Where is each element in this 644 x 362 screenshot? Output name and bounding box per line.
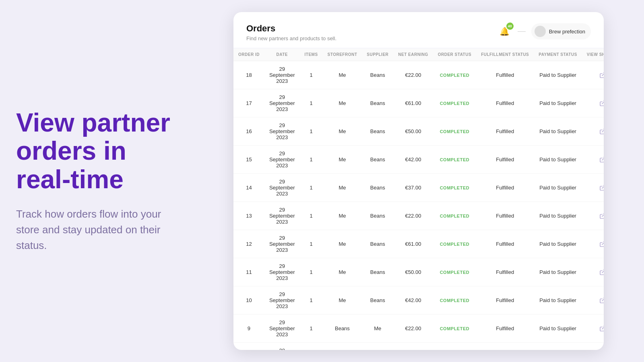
cell-fulfillment: Fulfilled: [476, 61, 534, 89]
cell-storefront: Beans: [323, 315, 362, 343]
view-shopify-icon[interactable]: [598, 296, 604, 305]
view-shopify-icon[interactable]: [598, 71, 604, 80]
table-row: 8 28 September 2023 1 Beans Me €37.00 CO…: [233, 343, 604, 350]
cell-items: 1: [300, 174, 323, 202]
cell-earning: €37.00: [393, 343, 433, 350]
cell-order-status: COMPLETED: [433, 61, 476, 89]
cell-order-id: 9: [233, 315, 264, 343]
cell-order-id: 17: [233, 89, 264, 117]
card-header: Orders Find new partners and products to…: [233, 12, 604, 48]
view-shopify-icon[interactable]: [598, 268, 604, 277]
cell-payment: Paid to Supplier: [534, 117, 582, 146]
cell-view-shopify[interactable]: [582, 61, 604, 89]
cell-date: 29 September 2023: [264, 202, 300, 230]
cell-supplier: Beans: [362, 174, 393, 202]
notification-bell[interactable]: 🔔 40: [497, 24, 512, 39]
cell-earning: €50.00: [393, 117, 433, 146]
cell-supplier: Beans: [362, 230, 393, 258]
cell-payment: Paid to Supplier: [534, 343, 582, 350]
cell-earning: €42.00: [393, 286, 433, 315]
cell-payment: Paid to Supplier: [534, 258, 582, 286]
table-row: 13 29 September 2023 1 Me Beans €22.00 C…: [233, 202, 604, 230]
cell-earning: €50.00: [393, 258, 433, 286]
right-panel: Orders Find new partners and products to…: [201, 0, 644, 362]
cell-view-shopify[interactable]: [582, 315, 604, 343]
cell-fulfillment: Fulfilled: [476, 343, 534, 350]
view-shopify-icon[interactable]: [598, 183, 604, 192]
card-header-left: Orders Find new partners and products to…: [246, 23, 336, 41]
cell-date: 29 September 2023: [264, 89, 300, 117]
view-shopify-icon[interactable]: [598, 155, 604, 164]
cell-order-status: COMPLETED: [433, 202, 476, 230]
user-info[interactable]: Brew prefection: [531, 23, 591, 39]
cell-view-shopify[interactable]: [582, 230, 604, 258]
cell-earning: €61.00: [393, 230, 433, 258]
cell-view-shopify[interactable]: [582, 89, 604, 117]
col-storefront: STOREFRONT: [323, 48, 362, 61]
table-header: ORDER ID DATE ITEMS STOREFRONT SUPPLIER …: [233, 48, 604, 61]
col-order-id: ORDER ID: [233, 48, 264, 61]
cell-view-shopify[interactable]: [582, 343, 604, 350]
cell-supplier: Beans: [362, 61, 393, 89]
orders-title: Orders: [246, 23, 336, 34]
cell-fulfillment: Fulfilled: [476, 258, 534, 286]
table-row: 10 29 September 2023 1 Me Beans €42.00 C…: [233, 286, 604, 315]
cell-date: 29 September 2023: [264, 61, 300, 89]
cell-date: 29 September 2023: [264, 174, 300, 202]
table-row: 18 29 September 2023 1 Me Beans €22.00 C…: [233, 61, 604, 89]
header-right: 🔔 40 Brew prefection: [497, 23, 591, 39]
cell-view-shopify[interactable]: [582, 174, 604, 202]
view-shopify-icon[interactable]: [598, 99, 604, 108]
cell-view-shopify[interactable]: [582, 117, 604, 146]
cell-order-id: 13: [233, 202, 264, 230]
cell-view-shopify[interactable]: [582, 146, 604, 174]
cell-payment: Paid to Supplier: [534, 61, 582, 89]
svg-line-12: [602, 242, 604, 245]
view-shopify-icon[interactable]: [598, 212, 604, 220]
left-panel: View partner orders in real-time Track h…: [0, 93, 201, 269]
cell-order-status: COMPLETED: [433, 230, 476, 258]
cell-payment: Paid to Supplier: [534, 315, 582, 343]
cell-earning: €22.00: [393, 61, 433, 89]
cell-fulfillment: Fulfilled: [476, 286, 534, 315]
cell-order-status: COMPLETED: [433, 315, 476, 343]
cell-supplier: Me: [362, 315, 393, 343]
cell-date: 29 September 2023: [264, 117, 300, 146]
cell-fulfillment: Fulfilled: [476, 146, 534, 174]
cell-supplier: Me: [362, 343, 393, 350]
avatar: [535, 26, 546, 37]
cell-order-status: COMPLETED: [433, 258, 476, 286]
view-shopify-icon[interactable]: [598, 240, 604, 249]
cell-view-shopify[interactable]: [582, 286, 604, 315]
cell-order-status: COMPLETED: [433, 117, 476, 146]
cell-items: 1: [300, 146, 323, 174]
cell-items: 1: [300, 343, 323, 350]
view-shopify-icon[interactable]: [598, 127, 604, 136]
cell-storefront: Me: [323, 89, 362, 117]
svg-line-18: [602, 326, 604, 329]
view-shopify-icon[interactable]: [598, 324, 604, 333]
orders-card: Orders Find new partners and products to…: [233, 12, 604, 350]
col-net-earning: NET EARNING: [393, 48, 433, 61]
cell-view-shopify[interactable]: [582, 258, 604, 286]
cell-date: 29 September 2023: [264, 286, 300, 315]
cell-items: 1: [300, 89, 323, 117]
cell-payment: Paid to Supplier: [534, 202, 582, 230]
col-view-shopify: VIEW SHOPIFY: [582, 48, 604, 61]
cell-storefront: Beans: [323, 343, 362, 350]
orders-table: ORDER ID DATE ITEMS STOREFRONT SUPPLIER …: [233, 48, 604, 350]
col-order-status: ORDER STATUS: [433, 48, 476, 61]
cell-payment: Paid to Supplier: [534, 230, 582, 258]
cell-view-shopify[interactable]: [582, 202, 604, 230]
cell-storefront: Me: [323, 117, 362, 146]
cell-supplier: Beans: [362, 286, 393, 315]
cell-earning: €42.00: [393, 146, 433, 174]
table-row: 17 29 September 2023 1 Me Beans €61.00 C…: [233, 89, 604, 117]
cell-fulfillment: Fulfilled: [476, 230, 534, 258]
cell-order-id: 11: [233, 258, 264, 286]
cell-storefront: Me: [323, 61, 362, 89]
table-row: 11 29 September 2023 1 Me Beans €50.00 C…: [233, 258, 604, 286]
cell-storefront: Me: [323, 202, 362, 230]
hero-title: View partner orders in real-time: [16, 109, 185, 193]
cell-items: 1: [300, 286, 323, 315]
